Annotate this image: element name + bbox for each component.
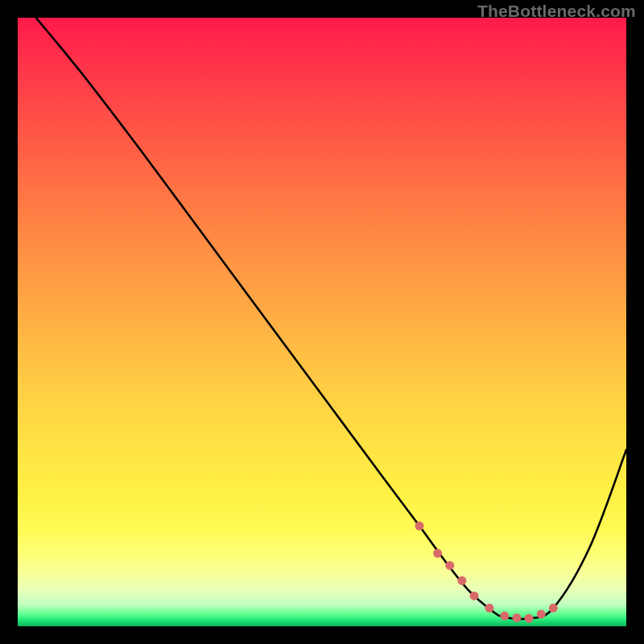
- marker-dot: [525, 614, 534, 623]
- marker-dot: [470, 592, 479, 601]
- flat-region-markers: [415, 522, 558, 623]
- marker-dot: [433, 549, 442, 558]
- marker-dot: [445, 561, 454, 570]
- bottleneck-curve: [36, 18, 626, 619]
- marker-dot: [457, 576, 466, 585]
- curve-layer: [36, 18, 626, 619]
- marker-dot: [549, 604, 558, 613]
- marker-dot: [512, 613, 521, 622]
- marker-dot: [500, 612, 509, 621]
- marker-dot: [415, 522, 424, 530]
- watermark-text: TheBottleneck.com: [477, 2, 636, 21]
- marker-dot: [485, 604, 493, 613]
- bottleneck-chart: TheBottleneck.com: [0, 0, 644, 644]
- plot-area: [18, 18, 626, 626]
- marker-dot: [537, 609, 546, 618]
- chart-svg: [18, 18, 626, 626]
